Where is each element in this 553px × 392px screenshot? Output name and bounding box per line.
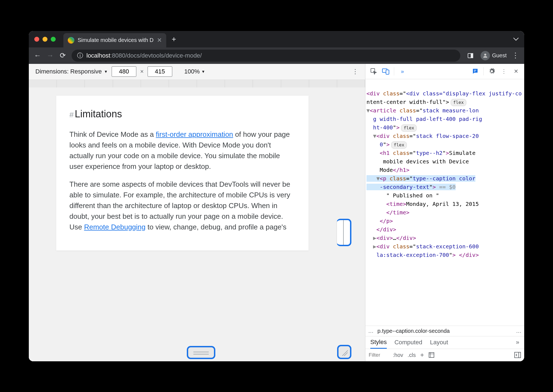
- back-button[interactable]: ←: [34, 52, 41, 59]
- close-window-button[interactable]: [34, 37, 39, 42]
- page-content: #Limitations Think of Device Mode as a f…: [56, 96, 309, 251]
- devtools-panel: » ⋮ ✕ <div class="<div class="display-fl…: [365, 64, 524, 361]
- address-bar[interactable]: ⓘ localhost:8080/docs/devtools/device-mo…: [72, 50, 460, 62]
- svg-rect-8: [429, 353, 434, 357]
- simulated-viewport: #Limitations Think of Device Mode as a f…: [29, 87, 365, 361]
- site-info-icon[interactable]: ⓘ: [77, 52, 83, 60]
- styles-filter-input[interactable]: [369, 352, 388, 358]
- breadcrumb-bar[interactable]: … p.type--caption.color-seconda …: [365, 326, 524, 336]
- toggle-device-icon[interactable]: [380, 66, 391, 77]
- close-devtools-icon[interactable]: ✕: [510, 66, 521, 77]
- flex-badge[interactable]: flex: [401, 124, 417, 132]
- close-tab-icon[interactable]: ✕: [157, 37, 162, 44]
- cls-toggle[interactable]: .cls: [408, 352, 416, 358]
- tab-layout[interactable]: Layout: [430, 339, 448, 349]
- width-input[interactable]: [112, 66, 136, 77]
- flex-badge[interactable]: flex: [451, 99, 466, 106]
- tab-title: Simulate mobile devices with D: [78, 37, 154, 43]
- resize-handle-corner[interactable]: [337, 345, 351, 359]
- reload-button[interactable]: ⟳: [59, 52, 67, 59]
- url-host: localhost: [86, 52, 110, 59]
- crumb-overflow-right[interactable]: …: [516, 328, 521, 334]
- window-controls: [34, 37, 56, 42]
- elements-tree[interactable]: <div class="<div class="display-flex jus…: [365, 79, 524, 326]
- navbar: ← → ⟳ ⓘ localhost:8080/docs/devtools/dev…: [29, 47, 524, 64]
- ruler: [29, 80, 365, 87]
- svg-rect-1: [471, 53, 473, 58]
- toggle-sidebar-icon[interactable]: [514, 352, 521, 358]
- devtools-menu-icon[interactable]: ⋮: [498, 66, 509, 77]
- settings-gear-icon[interactable]: [486, 66, 497, 77]
- computed-styles-icon[interactable]: [428, 352, 435, 358]
- browser-menu-icon[interactable]: ⋮: [512, 52, 519, 59]
- height-input[interactable]: [148, 66, 172, 77]
- first-order-link[interactable]: first-order approximation: [156, 130, 233, 138]
- inspect-element-icon[interactable]: [368, 66, 379, 77]
- tab-styles[interactable]: Styles: [370, 339, 387, 349]
- paragraph: Think of Device Mode as a first-order ap…: [69, 129, 295, 172]
- more-tabs-icon[interactable]: »: [397, 66, 408, 77]
- profile-label: Guest: [492, 52, 507, 59]
- side-panel-icon[interactable]: [465, 50, 476, 61]
- svg-rect-9: [515, 352, 521, 358]
- chrome-favicon: [68, 37, 74, 44]
- tab-computed[interactable]: Computed: [394, 339, 422, 349]
- minimize-window-button[interactable]: [43, 37, 47, 42]
- flex-badge[interactable]: flex: [391, 141, 407, 149]
- resize-handle-bottom[interactable]: [187, 346, 215, 359]
- remote-debugging-link[interactable]: Remote Debugging: [84, 223, 145, 231]
- browser-window: Simulate mobile devices with D ✕ + ← → ⟳…: [29, 31, 524, 361]
- hov-toggle[interactable]: :hov: [393, 352, 403, 358]
- crumb-path[interactable]: p.type--caption.color-seconda: [377, 328, 450, 334]
- devtools-toolbar: » ⋮ ✕: [365, 64, 524, 79]
- dropdown-caret-icon: ▼: [104, 69, 108, 74]
- browser-tab[interactable]: Simulate mobile devices with D ✕: [63, 33, 166, 47]
- forward-button[interactable]: →: [46, 52, 54, 59]
- paragraph: There are some aspects of mobile devices…: [69, 179, 295, 232]
- fullscreen-window-button[interactable]: [51, 37, 56, 42]
- styles-tabs: Styles Computed Layout »: [365, 336, 524, 349]
- feedback-icon[interactable]: [470, 66, 481, 77]
- styles-toolbar: :hov .cls +: [365, 349, 524, 361]
- new-style-rule-icon[interactable]: +: [420, 351, 424, 359]
- new-tab-button[interactable]: +: [172, 35, 176, 44]
- titlebar: Simulate mobile devices with D ✕ +: [29, 31, 524, 47]
- resize-handle-right[interactable]: [337, 219, 351, 246]
- zoom-dropdown[interactable]: 100% ▼: [184, 68, 205, 75]
- svg-rect-6: [474, 70, 476, 70]
- dimensions-dropdown[interactable]: Dimensions: Responsive ▼: [35, 68, 108, 75]
- x-separator: ×: [140, 68, 144, 75]
- dropdown-caret-icon: ▼: [201, 69, 205, 74]
- device-mode-pane: Dimensions: Responsive ▼ × 100% ▼ ⋮ #Lim…: [29, 64, 365, 361]
- svg-rect-7: [474, 71, 475, 72]
- profile-button[interactable]: Guest: [481, 51, 507, 60]
- content-area: Dimensions: Responsive ▼ × 100% ▼ ⋮ #Lim…: [29, 64, 524, 361]
- tabs-dropdown-icon[interactable]: [513, 38, 519, 41]
- url-port: :8080: [110, 52, 125, 59]
- avatar-icon: [481, 51, 490, 60]
- tabs-more-icon[interactable]: »: [516, 339, 519, 349]
- hash-icon: #: [69, 110, 74, 119]
- svg-point-2: [484, 53, 486, 55]
- device-toolbar: Dimensions: Responsive ▼ × 100% ▼ ⋮: [29, 64, 365, 80]
- svg-rect-5: [386, 70, 389, 74]
- crumb-overflow-left[interactable]: …: [368, 328, 374, 334]
- page-heading: #Limitations: [69, 107, 295, 121]
- url-path: /docs/devtools/device-mode/: [125, 52, 202, 59]
- device-options-menu-icon[interactable]: ⋮: [352, 68, 359, 75]
